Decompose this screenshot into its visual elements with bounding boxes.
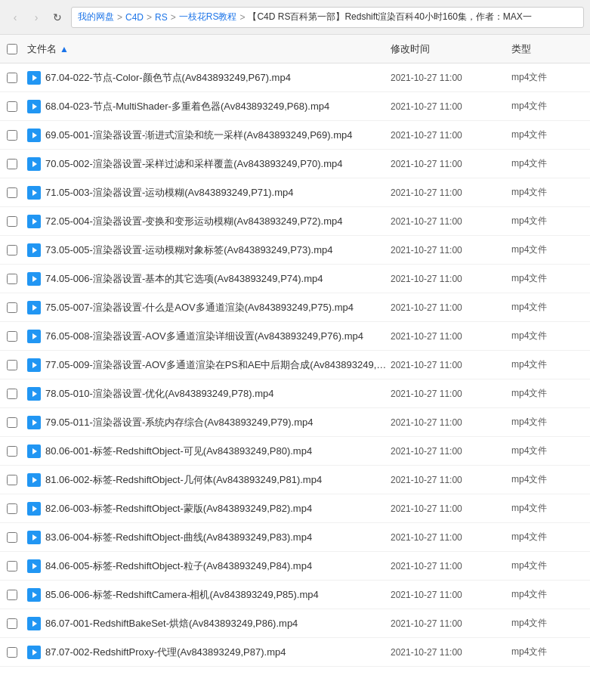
table-row[interactable]: 73.05-005-渲染器设置-运动模糊对象标签(Av843893249,P73… <box>0 236 590 265</box>
table-row[interactable]: 68.04-023-节点-MultiShader-多重着色器(Av8438932… <box>0 92 590 121</box>
table-row[interactable]: 82.06-003-标签-RedshiftObject-蒙版(Av8438932… <box>0 494 590 523</box>
nav-buttons: ‹ › ↻ <box>6 8 66 26</box>
table-row[interactable]: 78.05-010-渲染器设置-优化(Av843893249,P78).mp4 … <box>0 379 590 408</box>
play-icon <box>27 100 41 113</box>
row-name-cell: 82.06-003-标签-RedshiftObject-蒙版(Av8438932… <box>21 502 391 516</box>
row-checkbox-cell <box>3 561 21 571</box>
file-name: 72.05-004-渲染器设置-变换和变形运动模糊(Av843893249,P7… <box>45 215 343 228</box>
row-name-cell: 70.05-002-渲染器设置-采样过滤和采样覆盖(Av843893249,P7… <box>21 157 391 171</box>
breadcrumb-item-1[interactable]: 我的网盘 <box>78 11 114 23</box>
breadcrumb-item-2[interactable]: C4D <box>125 12 144 23</box>
table-row[interactable]: 83.06-004-标签-RedshiftObject-曲线(Av8438932… <box>0 523 590 552</box>
file-time: 2021-10-27 11:00 <box>391 532 511 543</box>
row-checkbox[interactable] <box>7 503 17 514</box>
play-icon <box>27 157 41 171</box>
table-row[interactable]: 81.06-002-标签-RedshiftObject-几何体(Av843893… <box>0 466 590 494</box>
play-icon <box>27 71 41 85</box>
play-icon <box>27 588 41 602</box>
file-name: 77.05-009-渲染器设置-AOV多通道渲染在PS和AE中后期合成(Av84… <box>45 358 391 372</box>
back-button[interactable]: ‹ <box>6 8 24 26</box>
table-row[interactable]: 70.05-002-渲染器设置-采样过滤和采样覆盖(Av843893249,P7… <box>0 150 590 178</box>
file-type: mp4文件 <box>511 502 587 515</box>
row-name-cell: 87.07-002-RedshiftProxy-代理(Av843893249,P… <box>21 646 391 659</box>
file-name: 80.06-001-标签-RedshiftObject-可见(Av8438932… <box>45 444 312 458</box>
file-time: 2021-10-27 11:00 <box>391 245 511 256</box>
forward-button[interactable]: › <box>27 8 45 26</box>
file-time: 2021-10-27 11:00 <box>391 561 511 571</box>
breadcrumb-item-3[interactable]: RS <box>155 12 168 23</box>
row-name-cell: 71.05-003-渲染器设置-运动模糊(Av843893249,P71).mp… <box>21 186 391 200</box>
file-type: mp4文件 <box>511 588 587 601</box>
row-checkbox[interactable] <box>7 590 17 600</box>
row-checkbox[interactable] <box>7 331 17 342</box>
table-row[interactable]: 77.05-009-渲染器设置-AOV多通道渲染在PS和AE中后期合成(Av84… <box>0 351 590 379</box>
row-checkbox[interactable] <box>7 532 17 543</box>
table-row[interactable]: 84.06-005-标签-RedshiftObject-粒子(Av8438932… <box>0 552 590 581</box>
row-checkbox[interactable] <box>7 446 17 457</box>
play-icon <box>27 272 41 286</box>
file-time: 2021-10-27 11:00 <box>391 446 511 457</box>
table-row[interactable]: 87.07-002-RedshiftProxy-代理(Av843893249,P… <box>0 638 590 667</box>
file-time: 2021-10-27 11:00 <box>391 389 511 399</box>
file-name: 67.04-022-节点-Color-颜色节点(Av843893249,P67)… <box>45 71 291 85</box>
table-row[interactable]: 69.05-001-渲染器设置-渐进式渲染和统一采样(Av843893249,P… <box>0 121 590 150</box>
table-row[interactable]: 79.05-011-渲染器设置-系统内存综合(Av843893249,P79).… <box>0 408 590 437</box>
file-name: 83.06-004-标签-RedshiftObject-曲线(Av8438932… <box>45 531 312 544</box>
file-time: 2021-10-27 11:00 <box>391 101 511 112</box>
row-checkbox-cell <box>3 73 21 83</box>
file-time: 2021-10-27 11:00 <box>391 475 511 485</box>
file-name: 71.05-003-渲染器设置-运动模糊(Av843893249,P71).mp… <box>45 186 294 200</box>
row-checkbox[interactable] <box>7 245 17 256</box>
row-name-cell: 85.06-006-标签-RedshiftCamera-相机(Av8438932… <box>21 588 391 602</box>
row-checkbox[interactable] <box>7 130 17 141</box>
row-checkbox[interactable] <box>7 618 17 629</box>
row-checkbox-cell <box>3 187 21 198</box>
row-checkbox[interactable] <box>7 360 17 370</box>
row-checkbox[interactable] <box>7 159 17 169</box>
table-row[interactable]: 85.06-006-标签-RedshiftCamera-相机(Av8438932… <box>0 581 590 609</box>
table-row[interactable]: 72.05-004-渲染器设置-变换和变形运动模糊(Av843893249,P7… <box>0 207 590 236</box>
table-row[interactable]: 74.05-006-渲染器设置-基本的其它选项(Av843893249,P74)… <box>0 265 590 293</box>
row-checkbox[interactable] <box>7 647 17 658</box>
breadcrumb-sep-1: > <box>117 12 122 23</box>
play-icon <box>27 358 41 372</box>
file-time: 2021-10-27 11:00 <box>391 302 511 313</box>
row-checkbox[interactable] <box>7 187 17 198</box>
sort-arrow-icon: ▲ <box>60 44 69 54</box>
row-checkbox[interactable] <box>7 274 17 284</box>
file-name: 78.05-010-渲染器设置-优化(Av843893249,P78).mp4 <box>45 387 274 401</box>
row-checkbox[interactable] <box>7 73 17 83</box>
play-icon <box>27 559 41 573</box>
play-icon <box>27 387 41 401</box>
play-icon <box>27 301 41 314</box>
refresh-button[interactable]: ↻ <box>48 8 66 26</box>
row-checkbox[interactable] <box>7 101 17 112</box>
table-row[interactable]: 67.04-022-节点-Color-颜色节点(Av843893249,P67)… <box>0 63 590 92</box>
row-checkbox[interactable] <box>7 216 17 227</box>
row-checkbox[interactable] <box>7 389 17 399</box>
header-col-name[interactable]: 文件名 ▲ <box>21 42 391 56</box>
header-col-time[interactable]: 修改时间 <box>391 42 511 56</box>
table-row[interactable]: 75.05-007-渲染器设置-什么是AOV多通道渲染(Av843893249,… <box>0 293 590 322</box>
file-type: mp4文件 <box>511 243 587 256</box>
table-row[interactable]: 80.06-001-标签-RedshiftObject-可见(Av8438932… <box>0 437 590 466</box>
breadcrumb-item-4[interactable]: 一枝花RS教程 <box>179 11 237 23</box>
table-row[interactable]: 71.05-003-渲染器设置-运动模糊(Av843893249,P71).mp… <box>0 178 590 207</box>
file-type: mp4文件 <box>511 617 587 630</box>
play-icon <box>27 646 41 659</box>
file-name: 70.05-002-渲染器设置-采样过滤和采样覆盖(Av843893249,P7… <box>45 157 343 171</box>
row-name-cell: 67.04-022-节点-Color-颜色节点(Av843893249,P67)… <box>21 71 391 85</box>
row-checkbox[interactable] <box>7 561 17 571</box>
table-row[interactable]: 86.07-001-RedshiftBakeSet-烘焙(Av843893249… <box>0 609 590 638</box>
row-checkbox-cell <box>3 417 21 428</box>
file-name: 82.06-003-标签-RedshiftObject-蒙版(Av8438932… <box>45 502 312 516</box>
row-checkbox[interactable] <box>7 417 17 428</box>
table-row[interactable]: 76.05-008-渲染器设置-AOV多通道渲染详细设置(Av843893249… <box>0 322 590 351</box>
file-type: mp4文件 <box>511 444 587 457</box>
play-icon <box>27 473 41 487</box>
select-all-checkbox[interactable] <box>7 44 17 54</box>
row-checkbox[interactable] <box>7 475 17 485</box>
file-type: mp4文件 <box>511 473 587 486</box>
file-name: 87.07-002-RedshiftProxy-代理(Av843893249,P… <box>45 646 286 659</box>
row-checkbox[interactable] <box>7 302 17 313</box>
